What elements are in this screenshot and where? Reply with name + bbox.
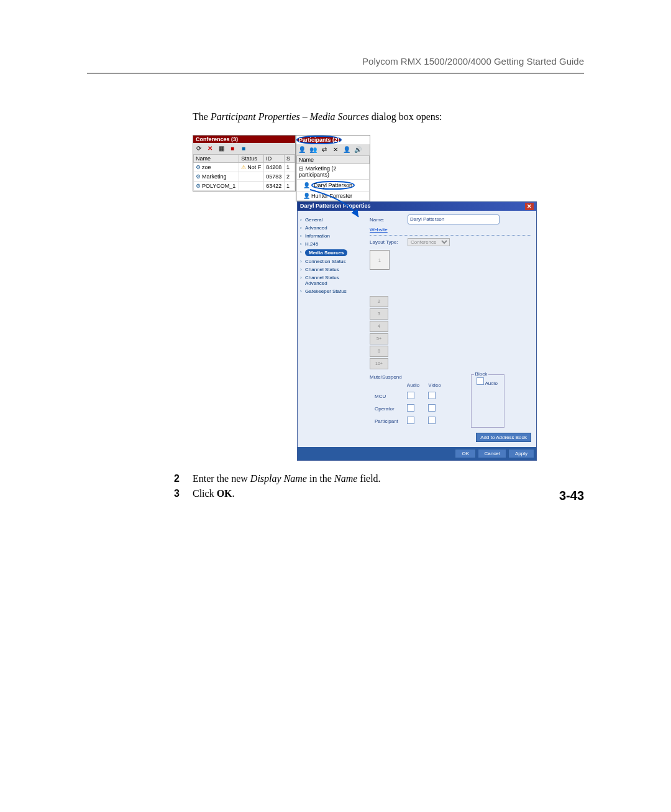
nav-advanced[interactable]: Advanced	[300, 224, 362, 232]
nav-channel-status-advanced[interactable]: Channel Status Advanced	[300, 274, 362, 287]
step-list: 2 Enter the new Display Name in the Name…	[174, 473, 584, 499]
cell: POLYCOM_1	[202, 183, 235, 189]
layout-option[interactable]: 8	[370, 346, 388, 357]
stop-icon[interactable]: ■	[239, 144, 248, 153]
participant-video-checkbox[interactable]	[428, 417, 436, 424]
layout-option[interactable]: 3	[370, 308, 388, 320]
cell: Hunter Forrester	[311, 193, 352, 199]
conference-icon	[196, 173, 202, 180]
step-number: 2	[174, 473, 193, 484]
col-audio: Audio	[403, 381, 423, 389]
cell: 05783	[264, 172, 285, 182]
table-row[interactable]: Marketing 05783 2	[194, 172, 295, 182]
refresh-icon[interactable]: ⟳	[194, 144, 203, 153]
layout-option[interactable]: 2	[370, 296, 388, 307]
table-row[interactable]: zoe Not F 84208 1	[194, 163, 295, 172]
col-name: Name	[297, 156, 370, 164]
connect-icon[interactable]: ⇄	[320, 145, 329, 154]
cell: 2	[285, 172, 295, 182]
name-field[interactable]: Daryl Patterson	[408, 215, 500, 224]
website-link[interactable]: Website	[370, 227, 404, 233]
layout-type-select[interactable]: Conference	[408, 238, 450, 246]
cell: 1	[285, 182, 295, 191]
nav-media-sources[interactable]: Media Sources	[300, 248, 362, 257]
add-participant-icon[interactable]: 👤	[298, 145, 306, 154]
cell: Marketing (2 participants)	[299, 165, 337, 178]
conference-icon	[196, 183, 202, 189]
mute-icon[interactable]: 👤	[342, 145, 351, 154]
nav-information[interactable]: Information	[300, 232, 362, 240]
cell: 63422	[264, 182, 285, 191]
apply-button[interactable]: Apply	[508, 449, 534, 458]
close-icon[interactable]: ✕	[525, 203, 534, 210]
participants-panel: Participants (2) 👤 👥 ⇄ ✕ 👤 🔊 Name ⊟ Mark…	[296, 135, 370, 201]
cell	[239, 172, 264, 182]
conferences-table: Name Status ID S zoe Not F 84208 1 Marke…	[193, 154, 295, 191]
block-group: Block Audio	[471, 374, 504, 428]
row-mcu: MCU	[371, 390, 402, 402]
layout-option[interactable]: 4	[370, 321, 388, 332]
col-video: Video	[424, 381, 444, 389]
new-participant-icon[interactable]: 👥	[309, 145, 317, 154]
layout-thumb[interactable]: 1	[370, 250, 390, 270]
mcu-video-checkbox[interactable]	[428, 392, 436, 399]
intro-text: The Participant Properties – Media Sourc…	[193, 111, 584, 122]
operator-audio-checkbox[interactable]	[407, 404, 414, 412]
layout-option[interactable]: 10+	[370, 358, 388, 369]
cell: 1	[285, 163, 295, 172]
nav-gatekeeper-status[interactable]: Gatekeeper Status	[300, 287, 362, 295]
page-number: 3-43	[559, 489, 584, 503]
mute-suspend-label: Mute/Suspend	[370, 374, 446, 380]
rec-icon[interactable]: ■	[228, 144, 237, 153]
step-text: .	[232, 488, 235, 499]
delete-icon[interactable]: ✕	[206, 144, 214, 153]
col-s: S	[285, 155, 295, 163]
dialog-footer: OK Cancel Apply	[298, 447, 536, 460]
block-legend: Block	[474, 371, 489, 377]
tool-icon[interactable]: ▦	[217, 144, 226, 153]
cell	[239, 182, 264, 191]
cell: 84208	[264, 163, 285, 172]
operator-video-checkbox[interactable]	[428, 404, 436, 412]
table-row[interactable]: POLYCOM_1 63422 1	[194, 182, 295, 191]
nav-connection-status[interactable]: Connection Status	[300, 257, 362, 265]
divider	[370, 235, 531, 236]
dialog-form: Name: Daryl Patterson Website Layout Typ…	[365, 211, 536, 447]
block-audio-label: Audio	[485, 381, 497, 386]
unmute-icon[interactable]: 🔊	[354, 145, 362, 154]
participant-audio-checkbox[interactable]	[407, 417, 414, 424]
row-participant: Participant	[371, 415, 402, 427]
header-rule	[87, 73, 584, 74]
page-header: Polycom RMX 1500/2000/4000 Getting Start…	[87, 56, 584, 67]
nav-general[interactable]: General	[300, 216, 362, 224]
properties-dialog: Daryl Patterson Properties ✕ General Adv…	[297, 201, 537, 461]
add-to-address-book-button[interactable]: Add to Address Book	[476, 433, 531, 442]
conferences-toolbar: ⟳ ✕ ▦ ■ ■	[193, 143, 295, 154]
mcu-audio-checkbox[interactable]	[407, 392, 414, 399]
name-label: Name:	[370, 217, 404, 223]
table-row[interactable]: Daryl Patterson	[297, 180, 370, 191]
layout-type-label: Layout Type:	[370, 239, 404, 245]
disconnect-icon[interactable]: ✕	[331, 145, 340, 154]
intro-post: dialog box opens:	[369, 111, 442, 122]
participant-selected: Daryl Patterson	[311, 181, 355, 190]
layout-option[interactable]: 5+	[370, 333, 388, 344]
step-number: 3	[174, 488, 193, 499]
participant-icon	[303, 182, 311, 188]
mute-table: AudioVideo MCU Operator Participant	[370, 380, 446, 428]
nav-h245[interactable]: H.245	[300, 240, 362, 248]
step-text: in the	[307, 473, 334, 484]
nav-channel-status[interactable]: Channel Status	[300, 265, 362, 274]
intro-italic: Participant Properties – Media Sources	[211, 111, 369, 122]
step-bold: OK	[217, 488, 232, 499]
conferences-header: Conferences (3)	[193, 136, 295, 143]
nav-selected-label: Media Sources	[305, 249, 347, 256]
table-row[interactable]: ⊟ Marketing (2 participants)	[297, 164, 370, 180]
block-audio-checkbox[interactable]: Audio	[477, 381, 498, 386]
cancel-button[interactable]: Cancel	[478, 449, 507, 458]
participant-icon	[303, 193, 311, 199]
table-row[interactable]: Hunter Forrester	[297, 191, 370, 201]
participants-header: Participants (2)	[296, 136, 342, 144]
dialog-titlebar: Daryl Patterson Properties ✕	[298, 202, 536, 211]
ok-button[interactable]: OK	[455, 449, 476, 458]
